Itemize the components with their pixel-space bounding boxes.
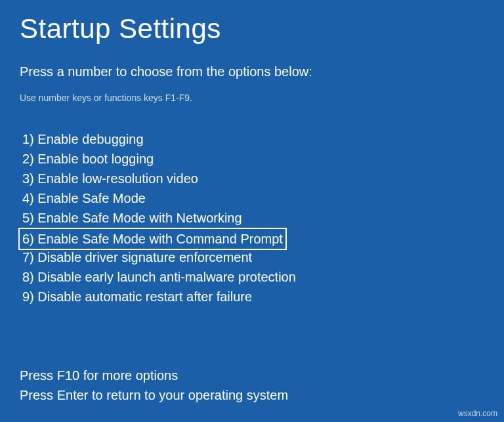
watermark-text: wsxdn.com	[458, 409, 497, 418]
option-5[interactable]: 5) Enable Safe Mode with Networking	[20, 208, 245, 228]
option-9[interactable]: 9) Disable automatic restart after failu…	[20, 287, 255, 306]
option-6[interactable]: 6) Enable Safe Mode with Command Prompt	[18, 228, 287, 250]
hint-text: Use number keys or functions keys F1-F9.	[20, 93, 484, 103]
option-1[interactable]: 1) Enable debugging	[20, 129, 146, 149]
page-title: Startup Settings	[20, 13, 484, 45]
footer-return: Press Enter to return to your operating …	[20, 385, 484, 405]
option-3[interactable]: 3) Enable low-resolution video	[20, 169, 201, 188]
options-list: 1) Enable debugging 2) Enable boot loggi…	[20, 129, 484, 306]
footer-more-options: Press F10 for more options	[20, 366, 484, 385]
option-2[interactable]: 2) Enable boot logging	[20, 149, 156, 169]
subtitle-text: Press a number to choose from the option…	[20, 64, 484, 79]
option-7[interactable]: 7) Disable driver signature enforcement	[20, 247, 255, 267]
option-4[interactable]: 4) Enable Safe Mode	[20, 188, 148, 208]
option-8[interactable]: 8) Disable early launch anti-malware pro…	[20, 267, 299, 287]
